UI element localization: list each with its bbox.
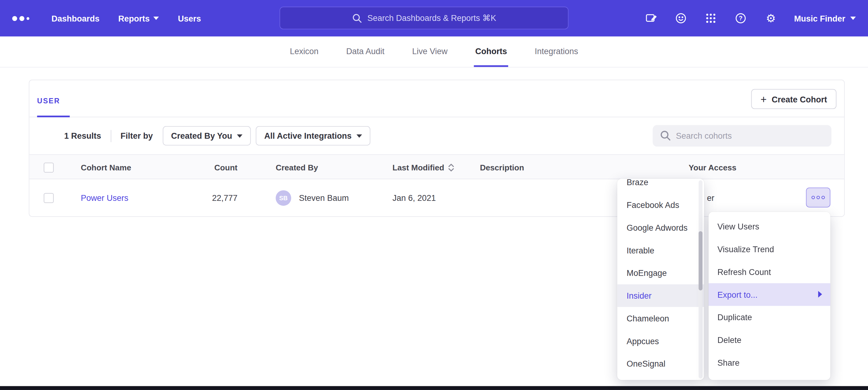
created-by-filter-label: Created By You (171, 131, 232, 140)
divider (111, 130, 111, 142)
global-search-input[interactable]: Search Dashboards & Reports ⌘K (279, 7, 568, 30)
chevron-down-icon (237, 134, 243, 137)
top-navigation: Dashboards Reports Users (52, 13, 201, 23)
table-header: Cohort Name Count Created By Last Modifi… (29, 154, 844, 179)
export-to-label: Export to... (717, 290, 757, 299)
help-icon[interactable]: ? (735, 12, 748, 25)
menu-item-appcues[interactable]: Appcues (617, 330, 704, 353)
settings-gear-icon[interactable]: ⚙ (764, 12, 777, 25)
nav-dashboards[interactable]: Dashboards (52, 13, 99, 23)
governance-icon[interactable] (645, 12, 658, 25)
window-bottom-edge (0, 386, 868, 390)
menu-item-export-to[interactable]: Export to... (709, 283, 831, 306)
menu-item-visualize-trend[interactable]: Visualize Trend (709, 238, 831, 261)
table-row: Power Users 22,777 SB Steven Baum Jan 6,… (29, 179, 844, 216)
topbar: Dashboards Reports Users Search Dashboar… (0, 0, 868, 37)
menu-item-refresh-count[interactable]: Refresh Count (709, 261, 831, 283)
menu-item-duplicate[interactable]: Duplicate (709, 306, 831, 329)
column-count: Count (191, 155, 237, 180)
nav-reports-label: Reports (118, 13, 150, 23)
cohort-count: 22,777 (191, 179, 237, 216)
nav-users[interactable]: Users (178, 13, 201, 23)
chevron-down-icon (850, 17, 856, 20)
menu-item-view-users[interactable]: View Users (709, 215, 831, 238)
menu-item-braze[interactable]: Braze (617, 179, 704, 194)
integrations-filter-dropdown[interactable]: All Active Integrations (256, 126, 371, 145)
tab-integrations[interactable]: Integrations (534, 37, 579, 67)
column-created-by: Created By (276, 155, 318, 180)
project-switcher[interactable]: Music Finder (794, 13, 856, 23)
page-tabs: Lexicon Data Audit Live View Cohorts Int… (0, 37, 868, 68)
scrollbar-thumb[interactable] (699, 231, 703, 290)
menu-item-google-adwords[interactable]: Google Adwords (617, 216, 704, 239)
create-cohort-button[interactable]: + Create Cohort (751, 89, 836, 109)
menu-item-onesignal[interactable]: OneSignal (617, 353, 704, 375)
card-header: USER + Create Cohort (29, 80, 844, 117)
search-icon (352, 13, 362, 23)
logo-dot (20, 16, 24, 21)
sort-icon (448, 163, 455, 172)
menu-item-facebook-ads[interactable]: Facebook Ads (617, 193, 704, 216)
ellipsis-icon (812, 196, 815, 199)
column-your-access: Your Access (688, 155, 736, 180)
cohort-name-link[interactable]: Power Users (81, 193, 128, 203)
menu-item-iterable[interactable]: Iterable (617, 239, 704, 262)
app-window: Dashboards Reports Users Search Dashboar… (0, 0, 868, 390)
column-last-modified[interactable]: Last Modified (393, 155, 455, 180)
row-context-menu: View Users Visualize Trend Refresh Count… (709, 212, 831, 380)
tab-lexicon[interactable]: Lexicon (289, 37, 319, 67)
ellipsis-icon (816, 196, 820, 199)
column-cohort-name: Cohort Name (81, 155, 131, 180)
select-all-checkbox[interactable] (44, 162, 54, 172)
created-by-name: Steven Baum (299, 193, 349, 203)
global-search-placeholder: Search Dashboards & Reports ⌘K (368, 13, 496, 23)
row-checkbox[interactable] (44, 193, 54, 203)
logo-dot (12, 16, 17, 21)
filter-row: 1 Results Filter by Created By You All A… (29, 117, 844, 154)
integrations-filter-label: All Active Integrations (265, 131, 352, 140)
logo-dot (27, 17, 29, 20)
tab-live-view[interactable]: Live View (411, 37, 448, 67)
topbar-actions: ? ⚙ Music Finder (645, 0, 856, 37)
results-count: 1 Results (64, 131, 101, 140)
menu-item-insider[interactable]: Insider (617, 284, 704, 307)
row-actions-button[interactable] (806, 188, 831, 207)
nav-reports[interactable]: Reports (118, 13, 159, 23)
project-name: Music Finder (794, 13, 845, 23)
export-destinations-list: Braze Facebook Ads Google Adwords Iterab… (617, 179, 704, 375)
ellipsis-icon (822, 196, 825, 199)
created-by-cell: SB Steven Baum (276, 179, 349, 216)
tab-user-cohorts[interactable]: USER (37, 97, 69, 118)
menu-item-moengage[interactable]: MoEngage (617, 262, 704, 285)
tab-data-audit[interactable]: Data Audit (345, 37, 386, 67)
submenu-arrow-icon (818, 291, 822, 298)
cohort-search (653, 125, 831, 147)
chevron-down-icon (154, 17, 159, 20)
apps-grid-icon[interactable] (705, 12, 718, 25)
menu-item-share[interactable]: Share (709, 351, 831, 374)
plus-icon: + (761, 94, 767, 104)
your-access-cell: er (707, 179, 714, 216)
mixpanel-logo[interactable] (12, 16, 30, 21)
svg-text:?: ? (739, 15, 743, 22)
cohorts-card: USER + Create Cohort 1 Results Filter by… (29, 80, 845, 217)
column-last-modified-label: Last Modified (393, 163, 444, 172)
nav-dashboards-label: Dashboards (52, 13, 99, 23)
feedback-icon[interactable] (674, 12, 688, 25)
nav-users-label: Users (178, 13, 201, 23)
avatar: SB (276, 190, 291, 205)
export-destinations-menu: Braze Facebook Ads Google Adwords Iterab… (617, 179, 704, 380)
search-icon (660, 130, 671, 143)
last-modified-cell: Jan 6, 2021 (393, 179, 436, 216)
tab-cohorts[interactable]: Cohorts (474, 37, 508, 67)
filter-by-label: Filter by (121, 131, 153, 140)
menu-item-chameleon[interactable]: Chameleon (617, 307, 704, 330)
create-cohort-label: Create Cohort (772, 94, 827, 104)
created-by-filter-dropdown[interactable]: Created By You (163, 126, 251, 145)
chevron-down-icon (357, 134, 362, 137)
menu-item-delete[interactable]: Delete (709, 328, 831, 351)
column-description: Description (480, 155, 524, 180)
cohort-search-input[interactable] (653, 125, 831, 147)
